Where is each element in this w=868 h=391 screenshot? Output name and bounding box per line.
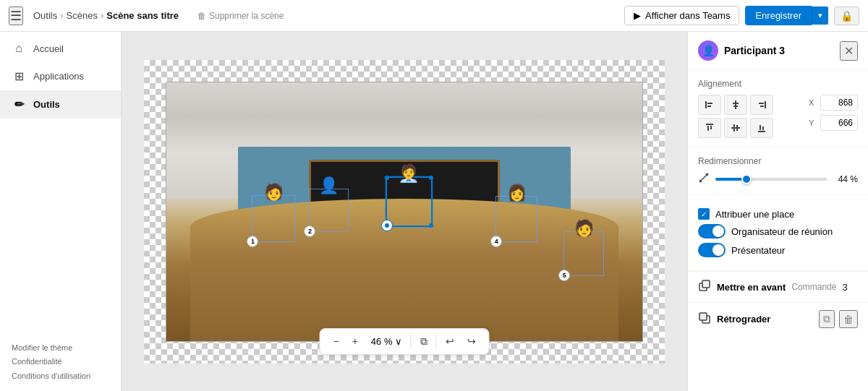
delete-layer-button[interactable]: 🗑: [839, 310, 858, 328]
participant-5-box[interactable]: 🧑 5: [563, 231, 604, 276]
toolbar-divider-1: [411, 334, 412, 348]
organizer-label: Organisateur de réunion: [731, 226, 833, 237]
sidebar-item-accueil[interactable]: ⌂ Accueil: [0, 35, 121, 62]
svg-rect-2: [707, 106, 711, 107]
sidebar: ⌂ Accueil ⊞ Applications ✏ Outils Modifi…: [0, 32, 122, 391]
resize-slider[interactable]: [715, 178, 827, 181]
align-bottom-button[interactable]: [750, 118, 773, 138]
grid-icon: ⊞: [12, 69, 26, 83]
zoom-display[interactable]: 46 % ∨: [365, 333, 408, 350]
sidebar-label-outils: Outils: [33, 99, 60, 110]
resize-section: Redimensionner 44 %: [688, 147, 868, 195]
conference-room: 🧑 1 👤 2 🧑‍💼 3: [166, 82, 642, 341]
canvas-area[interactable]: 🧑 1 👤 2 🧑‍💼 3: [122, 32, 687, 391]
svg-rect-1: [707, 103, 712, 104]
menu-icon-button[interactable]: ☰: [9, 7, 23, 25]
bring-forward-label: Mettre en avant: [717, 282, 786, 293]
svg-rect-9: [706, 124, 713, 125]
svg-rect-22: [702, 280, 710, 288]
home-icon: ⌂: [12, 42, 26, 55]
presenter-toggle-row: Présentateur: [698, 243, 858, 257]
y-input[interactable]: [820, 115, 858, 131]
sidebar-nav: ⌂ Accueil ⊞ Applications ✏ Outils: [0, 32, 121, 334]
organizer-toggle[interactable]: [698, 224, 726, 239]
presenter-toggle[interactable]: [698, 243, 726, 257]
panel-header-left: 👤 Participant 3: [698, 40, 785, 61]
align-right-button[interactable]: [750, 95, 773, 115]
canvas-toolbar: − + 46 % ∨ ⧉ ↩ ↪: [319, 328, 489, 355]
bring-forward-row: Mettre en avant Commande 3: [688, 271, 868, 302]
delete-scene-button[interactable]: 🗑 Supprimer la scène: [192, 8, 289, 24]
trash-icon: 🗑: [197, 11, 206, 21]
panel-close-button[interactable]: ✕: [840, 41, 858, 61]
align-top-button[interactable]: [698, 118, 721, 138]
sidebar-item-applications[interactable]: ⊞ Applications: [0, 62, 121, 90]
resize-value: 44 %: [833, 174, 858, 184]
svg-rect-3: [735, 100, 736, 109]
save-dropdown-arrow[interactable]: ▾: [812, 7, 828, 25]
seat-checkbox[interactable]: ✓: [698, 208, 710, 220]
topbar: ☰ Outils › Scènes › Scène sans titre 🗑 S…: [0, 0, 868, 32]
sidebar-item-outils[interactable]: ✏ Outils: [0, 90, 121, 119]
teams-label: Afficher dans Teams: [645, 10, 730, 21]
svg-rect-12: [731, 127, 740, 129]
copy-layer-button[interactable]: ⧉: [819, 310, 835, 328]
y-input-group: Y: [809, 115, 858, 131]
x-input[interactable]: [820, 95, 858, 111]
participant-1-box[interactable]: 🧑 1: [252, 195, 295, 242]
copy-button[interactable]: ⧉: [414, 332, 433, 351]
svg-rect-0: [705, 101, 707, 108]
svg-rect-15: [758, 131, 765, 132]
lock-button[interactable]: 🔒: [834, 7, 859, 25]
canvas-inner: 🧑 1 👤 2 🧑‍💼 3: [166, 82, 643, 342]
redo-button[interactable]: ↪: [461, 332, 482, 351]
presenter-toggle-thumb: [712, 244, 724, 256]
participant-2-box[interactable]: 👤 2: [309, 189, 349, 232]
sidebar-footer: Modifier le thème Confidentialité Condit…: [0, 334, 121, 391]
sidebar-label-accueil: Accueil: [33, 43, 64, 54]
svg-rect-24: [699, 313, 707, 320]
footer-confidentialite[interactable]: Confidentialité: [12, 357, 62, 366]
seat-checkbox-row: ✓ Attribuer une place: [698, 208, 858, 220]
delete-label: Supprimer la scène: [209, 11, 284, 21]
breadcrumb-tools[interactable]: Outils: [33, 10, 57, 21]
topbar-left: ☰ Outils › Scènes › Scène sans titre 🗑 S…: [9, 7, 618, 25]
svg-rect-6: [765, 101, 766, 108]
participant-4-box[interactable]: 👩 4: [495, 196, 537, 242]
align-center-h-button[interactable]: [724, 95, 747, 115]
bring-forward-shortcut: Commande: [791, 282, 836, 292]
breadcrumb-sep1: ›: [60, 10, 63, 21]
undo-button[interactable]: ↩: [440, 332, 460, 351]
zoom-out-button[interactable]: −: [327, 332, 344, 351]
x-label: X: [809, 98, 817, 107]
breadcrumb-scenes[interactable]: Scènes: [67, 10, 98, 21]
participant-3-box[interactable]: 🧑‍💼 3: [386, 176, 433, 227]
panel-header: 👤 Participant 3 ✕: [688, 32, 868, 70]
resize-controls: 44 %: [698, 172, 858, 186]
participant-avatar-icon: 👤: [698, 40, 718, 61]
teams-button[interactable]: ▶ Afficher dans Teams: [624, 6, 739, 25]
organizer-toggle-row: Organisateur de réunion: [698, 224, 858, 239]
breadcrumb: Outils › Scènes › Scène sans titre: [33, 10, 179, 21]
resize-thumb: [741, 174, 752, 184]
zoom-in-button[interactable]: +: [346, 332, 364, 351]
svg-rect-11: [710, 126, 712, 129]
save-button-group: Enregistrer ▾: [745, 6, 828, 25]
right-panel: 👤 Participant 3 ✕ Alignement: [687, 32, 868, 391]
x-input-group: X: [809, 95, 858, 111]
svg-rect-5: [733, 106, 738, 107]
save-button[interactable]: Enregistrer: [745, 6, 812, 25]
svg-rect-13: [733, 124, 735, 132]
footer-modifier[interactable]: Modifier le thème: [12, 343, 72, 352]
footer-conditions[interactable]: Conditions d'utilisation: [12, 371, 90, 380]
alignment-title: Alignement: [698, 79, 858, 89]
svg-rect-4: [733, 103, 739, 104]
align-left-button[interactable]: [698, 95, 721, 115]
toolbar-divider-2: [436, 334, 437, 348]
align-middle-v-button[interactable]: [724, 118, 747, 138]
align-grid-top: [698, 95, 773, 115]
svg-rect-7: [759, 103, 764, 104]
play-icon: ▶: [634, 10, 641, 21]
breadcrumb-sep2: ›: [101, 10, 103, 21]
bring-forward-left: Mettre en avant Commande 3: [698, 279, 848, 295]
